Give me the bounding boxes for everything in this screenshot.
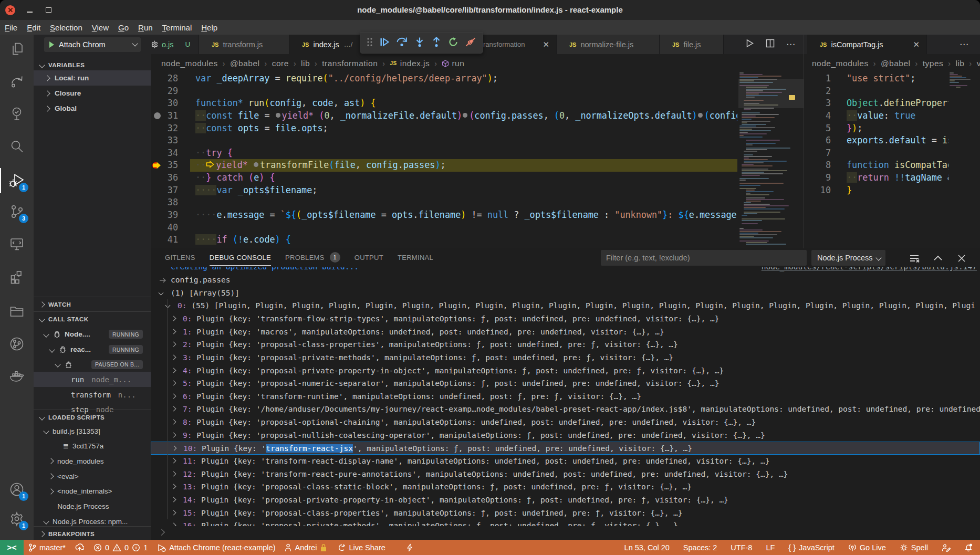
breadcrumb-item[interactable]: node_modules (812, 59, 869, 68)
activity-explorer-icon[interactable] (0, 36, 34, 61)
remote-indicator[interactable]: >< (0, 540, 24, 555)
console-row[interactable]: 10: Plugin {key: 'transform-react-jsx', … (151, 442, 980, 455)
console-row[interactable]: 4: Plugin {key: 'proposal-private-proper… (151, 364, 980, 378)
breadcrumb-item[interactable]: validators (977, 59, 980, 68)
debug-session-select[interactable]: Node.js Process (811, 250, 885, 266)
variables-scope-row[interactable]: Closure (34, 86, 151, 101)
console-row[interactable]: 0: Plugin {key: 'transform-flow-strip-ty… (151, 312, 980, 326)
tab-close-icon[interactable]: ✕ (543, 40, 549, 49)
code-editor-group1[interactable]: 28var _deepArray = require("../config/he… (151, 72, 737, 248)
breadcrumb-item[interactable]: transformation (322, 59, 378, 68)
activity-settings-icon[interactable]: 1 (0, 506, 34, 531)
loaded-script-row[interactable]: <eval> (34, 469, 151, 484)
editor-tab-file.js[interactable]: JSfile.js (660, 35, 724, 54)
breadcrumb-item[interactable]: lib (955, 59, 964, 68)
console-row[interactable]: 16: Plugin {key: 'proposal-private-metho… (151, 519, 980, 526)
git-branch-status[interactable]: master* (24, 543, 70, 552)
menu-view[interactable]: View (87, 23, 113, 32)
console-row[interactable]: 8: Plugin {key: 'proposal-optional-chain… (151, 416, 980, 429)
split-editor-icon[interactable] (766, 39, 775, 50)
more-actions-icon[interactable]: ⋯ (786, 39, 796, 50)
console-row[interactable]: 0: (55) [Plugin, Plugin, Plugin, Plugin,… (151, 299, 980, 312)
start-debug-button[interactable]: Attach Chrom (44, 37, 141, 52)
language-mode-status[interactable]: { }JavaScript (781, 543, 841, 552)
activity-remote-explorer-icon[interactable] (0, 232, 34, 257)
activity-search-icon[interactable] (0, 134, 34, 159)
notifications-bell-icon[interactable] (957, 543, 980, 552)
console-row[interactable]: 5: Plugin {key: 'proposal-numeric-separa… (151, 377, 980, 390)
inline-breakpoint-dot[interactable] (463, 113, 467, 118)
callstack-session-row[interactable]: reac...RUNNING (34, 342, 151, 357)
console-row[interactable]: creating an optimized production build..… (151, 267, 980, 274)
editor-tab-normalizefile.js[interactable]: JSnormalize-file.js (557, 35, 660, 54)
breadcrumb-item[interactable]: core (272, 59, 289, 68)
console-row[interactable]: 6: Plugin {key: 'transform-runtime', man… (151, 390, 980, 403)
account-status[interactable]: Andrei (280, 543, 332, 552)
panel-tab-problems[interactable]: PROBLEMS1 (285, 248, 340, 267)
indentation-status[interactable]: Spaces: 2 (676, 543, 724, 552)
gripper-icon[interactable] (367, 37, 373, 49)
spell-checker-status[interactable]: Spell (893, 543, 935, 552)
step-into-icon[interactable] (414, 37, 425, 49)
menu-go[interactable]: Go (113, 23, 133, 32)
step-over-icon[interactable] (396, 37, 408, 49)
panel-tab-terminal[interactable]: TERMINAL (398, 248, 433, 267)
panel-tab-debug-console[interactable]: DEBUG CONSOLE (210, 248, 271, 267)
loaded-script-row[interactable]: node_modules (34, 454, 151, 469)
activity-project-folder-icon[interactable] (0, 299, 34, 324)
breadcrumbs-group2[interactable]: node_modules›@babel›types›lib›validators (812, 54, 980, 72)
feedback-icon[interactable] (935, 543, 957, 552)
go-live-button[interactable]: Go Live (841, 543, 893, 552)
restart-icon[interactable] (448, 37, 458, 49)
tab-close-icon[interactable]: ✕ (913, 40, 920, 49)
step-out-icon[interactable] (431, 37, 442, 49)
disconnect-icon[interactable] (465, 37, 476, 49)
encoding-status[interactable]: UTF-8 (724, 543, 759, 552)
console-row[interactable]: 12: Plugin {key: 'transform-react-pure-a… (151, 468, 980, 481)
console-row[interactable]: config.passes (151, 274, 980, 287)
menu-help[interactable]: Help (196, 23, 222, 32)
callstack-session-row[interactable]: PAUSED ON B... (34, 357, 151, 372)
live-share-status[interactable]: Live Share (332, 543, 390, 552)
menu-selection[interactable]: Selection (45, 23, 87, 32)
paused-arrow-icon[interactable] (152, 161, 162, 172)
problems-status[interactable]: 0 0 1 (89, 543, 152, 552)
console-row[interactable]: 9: Plugin {key: 'proposal-nullish-coales… (151, 429, 980, 442)
console-row[interactable]: 11: Plugin {key: 'transform-react-displa… (151, 455, 980, 468)
debug-console-output[interactable]: creating an optimized production build..… (151, 267, 980, 526)
activity-gitlens-icon[interactable] (0, 69, 34, 94)
console-input-chevron-icon[interactable] (158, 529, 165, 536)
editor-tab-o.js[interactable]: o.jsU (151, 35, 199, 54)
clear-console-icon[interactable] (909, 253, 920, 264)
minimap-group1[interactable] (738, 72, 804, 248)
breadcrumb-item[interactable]: @babel (230, 59, 260, 68)
breakpoint-icon[interactable] (154, 112, 161, 119)
activity-git-graph-icon[interactable] (0, 331, 34, 357)
console-row[interactable]: 13: Plugin {key: 'proposal-class-static-… (151, 480, 980, 494)
breadcrumb-item[interactable]: node_modules (161, 59, 218, 68)
loaded-script-row[interactable]: ≣3cd1757a (34, 438, 151, 454)
menu-file[interactable]: File (0, 23, 22, 32)
activity-run-and-debug-icon[interactable]: 1 (0, 168, 34, 193)
inline-breakpoint-dot[interactable] (276, 113, 280, 118)
loaded-script-row[interactable]: Node.js Process (34, 499, 151, 514)
breadcrumbs-group1[interactable]: node_modules›@babel›core›lib›transformat… (161, 54, 739, 72)
debug-session-status[interactable]: Attach Chrome (react-example) (152, 543, 280, 552)
callstack-frame-row[interactable]: runnode_m... (34, 372, 151, 387)
breadcrumb-item[interactable]: index.js (400, 59, 430, 68)
close-panel-icon[interactable] (956, 253, 967, 264)
callstack-frame-row[interactable]: transformn... (34, 387, 151, 402)
loaded-script-row[interactable]: build.js [31353] (34, 424, 151, 439)
inline-breakpoint-dot[interactable] (698, 113, 703, 118)
console-row[interactable]: 14: Plugin {key: 'proposal-private-prope… (151, 494, 980, 507)
variables-scope-row[interactable]: Local: run (34, 70, 151, 86)
console-row[interactable]: 15: Plugin {key: 'proposal-class-propert… (151, 507, 980, 520)
console-filter-input[interactable]: Filter (e.g. text, !exclude) (601, 250, 807, 266)
activity-testing-tree-icon[interactable] (0, 101, 34, 127)
sync-changes-button[interactable] (70, 543, 89, 551)
breadcrumb-item[interactable]: lib (301, 59, 310, 68)
section-header-callstack[interactable]: CALL STACK (34, 311, 151, 326)
menu-run[interactable]: Run (133, 23, 158, 32)
activity-accounts-icon[interactable]: 1 (0, 477, 34, 502)
activity-docker-icon[interactable] (0, 364, 34, 389)
